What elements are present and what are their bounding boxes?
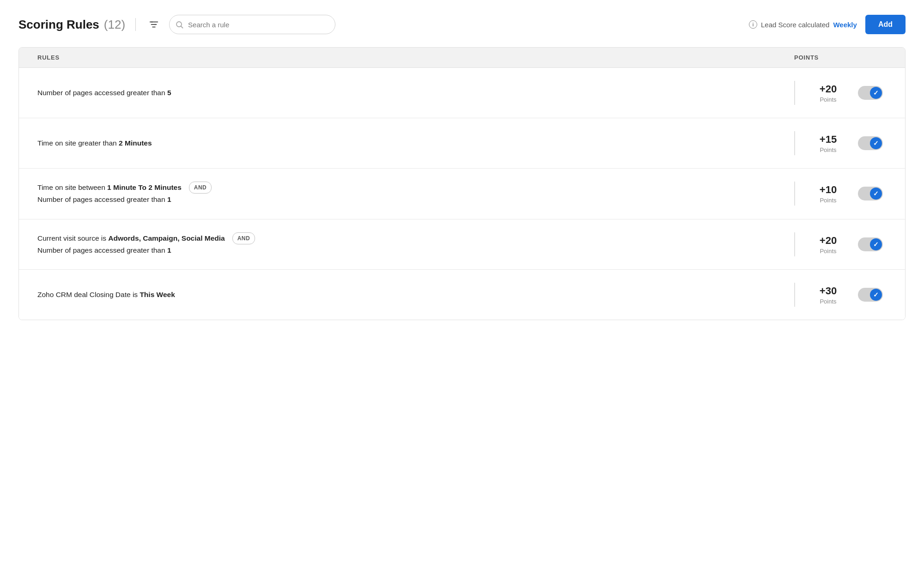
table-row: Zoho CRM deal Closing Date is This Week+…: [19, 270, 905, 320]
toggle-thumb: ✓: [870, 238, 882, 250]
search-input[interactable]: [169, 15, 335, 34]
header-right: i Lead Score calculated Weekly Add: [749, 15, 906, 34]
points-label: Points: [820, 197, 836, 204]
rule-text-line: Current visit source is Adwords, Campaig…: [37, 232, 785, 244]
page-title: Scoring Rules: [18, 18, 99, 32]
rule-text: Number of pages accessed greater than 1: [37, 194, 171, 206]
rule-content: Current visit source is Adwords, Campaig…: [37, 232, 794, 257]
points-value-group: +20Points: [815, 83, 842, 103]
points-value-group: +20Points: [815, 235, 842, 255]
points-label: Points: [820, 146, 836, 153]
title-group: Scoring Rules (12): [18, 18, 125, 32]
points-label: Points: [820, 96, 836, 103]
page-wrapper: Scoring Rules (12) i: [0, 0, 924, 583]
rule-points-col: +10Points✓: [794, 182, 887, 206]
toggle-thumb: ✓: [870, 188, 882, 200]
col-rules-header: RULES: [37, 54, 794, 61]
points-label: Points: [820, 298, 836, 305]
rule-text: Number of pages accessed greater than 1: [37, 244, 171, 256]
toggle-checkmark: ✓: [873, 291, 879, 298]
toggle-track: ✓: [858, 237, 883, 251]
points-number: +30: [820, 285, 837, 297]
rules-table: RULES POINTS Number of pages accessed gr…: [18, 47, 906, 320]
rule-text-line: Number of pages accessed greater than 1: [37, 244, 785, 256]
table-row: Number of pages accessed greater than 5+…: [19, 68, 905, 118]
rule-text-line: Number of pages accessed greater than 1: [37, 194, 785, 206]
rule-text: Time on site greater than 2 Minutes: [37, 137, 152, 149]
points-label: Points: [820, 248, 836, 255]
rule-text-line: Number of pages accessed greater than 5: [37, 87, 785, 99]
toggle-checkmark: ✓: [873, 190, 879, 197]
rule-points-col: +20Points✓: [794, 232, 887, 256]
toggle-track: ✓: [858, 136, 883, 150]
search-icon: [176, 21, 183, 29]
rule-text: Time on site between 1 Minute To 2 Minut…: [37, 182, 182, 194]
rule-points-col: +30Points✓: [794, 283, 887, 307]
rule-toggle[interactable]: ✓: [858, 187, 883, 200]
filter-icon: [149, 19, 159, 30]
lead-score-info: i Lead Score calculated Weekly: [749, 20, 857, 29]
points-value-group: +10Points: [815, 184, 842, 204]
points-value-group: +15Points: [815, 134, 842, 153]
points-divider: [794, 81, 795, 105]
points-number: +15: [820, 134, 837, 146]
toggle-checkmark: ✓: [873, 241, 879, 248]
points-number: +10: [820, 184, 837, 196]
points-value-group: +30Points: [815, 285, 842, 305]
table-row: Time on site between 1 Minute To 2 Minut…: [19, 169, 905, 219]
rule-content: Zoho CRM deal Closing Date is This Week: [37, 289, 794, 301]
info-icon: i: [749, 20, 757, 29]
rule-toggle[interactable]: ✓: [858, 288, 883, 302]
toggle-thumb: ✓: [870, 87, 882, 99]
toggle-track: ✓: [858, 187, 883, 200]
points-number: +20: [820, 83, 837, 95]
points-number: +20: [820, 235, 837, 247]
search-container: [169, 15, 335, 34]
page-header: Scoring Rules (12) i: [18, 15, 906, 34]
rule-points-col: +15Points✓: [794, 131, 887, 155]
rules-count: (12): [104, 18, 125, 32]
points-divider: [794, 283, 795, 307]
rule-text: Number of pages accessed greater than 5: [37, 87, 171, 99]
toggle-checkmark: ✓: [873, 89, 879, 97]
rule-toggle[interactable]: ✓: [858, 86, 883, 100]
col-points-header: POINTS: [794, 54, 887, 61]
rule-toggle[interactable]: ✓: [858, 237, 883, 251]
svg-line-6: [181, 26, 183, 28]
table-row: Time on site greater than 2 Minutes+15Po…: [19, 118, 905, 169]
points-divider: [794, 131, 795, 155]
rule-content: Time on site between 1 Minute To 2 Minut…: [37, 182, 794, 206]
rule-toggle[interactable]: ✓: [858, 136, 883, 150]
svg-point-4: [154, 24, 156, 25]
header-divider: [135, 18, 136, 31]
points-divider: [794, 182, 795, 206]
rule-text-line: Zoho CRM deal Closing Date is This Week: [37, 289, 785, 301]
toggle-track: ✓: [858, 86, 883, 100]
rule-text-line: Time on site greater than 2 Minutes: [37, 137, 785, 149]
rule-text: Current visit source is Adwords, Campaig…: [37, 232, 225, 244]
lead-score-label: Lead Score calculated: [761, 21, 829, 29]
toggle-thumb: ✓: [870, 137, 882, 149]
and-badge: AND: [189, 182, 212, 194]
points-divider: [794, 232, 795, 256]
and-badge: AND: [232, 232, 255, 244]
toggle-checkmark: ✓: [873, 140, 879, 147]
svg-point-3: [152, 21, 153, 23]
rules-list: Number of pages accessed greater than 5+…: [19, 68, 905, 320]
rule-points-col: +20Points✓: [794, 81, 887, 105]
weekly-link[interactable]: Weekly: [833, 21, 857, 29]
table-header: RULES POINTS: [19, 48, 905, 68]
add-button[interactable]: Add: [865, 15, 906, 34]
rule-content: Number of pages accessed greater than 5: [37, 87, 794, 99]
toggle-thumb: ✓: [870, 289, 882, 301]
rule-content: Time on site greater than 2 Minutes: [37, 137, 794, 149]
filter-button[interactable]: [146, 17, 162, 32]
toggle-track: ✓: [858, 288, 883, 302]
table-row: Current visit source is Adwords, Campaig…: [19, 219, 905, 270]
rule-text: Zoho CRM deal Closing Date is This Week: [37, 289, 175, 301]
rule-text-line: Time on site between 1 Minute To 2 Minut…: [37, 182, 785, 194]
